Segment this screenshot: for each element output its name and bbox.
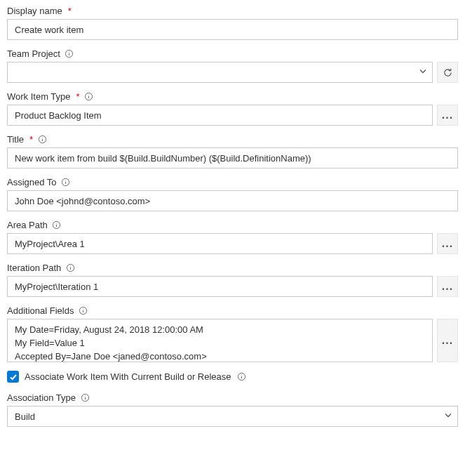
additional-fields-input[interactable]: [7, 319, 433, 362]
area-path-input[interactable]: [7, 233, 433, 254]
label-row: Display name *: [7, 6, 458, 16]
team-project-select[interactable]: [7, 62, 433, 83]
info-icon[interactable]: [78, 306, 88, 316]
required-marker: *: [29, 134, 33, 145]
svg-point-2: [69, 52, 69, 53]
input-row: [7, 190, 458, 211]
label-row: Area Path: [7, 220, 458, 230]
svg-point-5: [88, 95, 89, 95]
field-area-path: Area Path ...: [7, 220, 458, 254]
associate-label: Associate Work Item With Current Build o…: [25, 371, 231, 382]
info-icon[interactable]: [37, 135, 47, 145]
svg-point-11: [65, 180, 66, 181]
work-item-type-input[interactable]: [7, 105, 433, 126]
input-row: [7, 62, 458, 83]
field-association-type: Association Type Build: [7, 392, 458, 427]
area-path-label: Area Path: [7, 220, 48, 230]
additional-fields-label: Additional Fields: [7, 305, 74, 316]
association-type-select[interactable]: Build: [7, 406, 458, 427]
field-team-project: Team Project: [7, 48, 458, 83]
label-row: Work Item Type *: [7, 91, 458, 102]
input-row: [7, 147, 458, 168]
associate-checkbox-row: Associate Work Item With Current Build o…: [7, 371, 458, 383]
svg-point-8: [42, 138, 43, 138]
more-button[interactable]: ...: [437, 319, 458, 362]
title-label: Title: [7, 134, 24, 145]
svg-point-23: [241, 375, 242, 376]
label-row: Additional Fields: [7, 305, 458, 316]
team-project-value: [7, 62, 433, 83]
info-icon[interactable]: [237, 372, 247, 382]
field-title: Title *: [7, 134, 458, 168]
info-icon[interactable]: [65, 49, 74, 59]
info-icon[interactable]: [61, 178, 71, 187]
info-icon[interactable]: [65, 263, 75, 273]
association-type-value: Build: [7, 406, 458, 427]
input-row: ...: [7, 276, 458, 297]
input-row: [7, 19, 458, 40]
label-row: Title *: [7, 134, 458, 145]
input-row: Build: [7, 406, 458, 427]
iteration-path-input[interactable]: [7, 276, 433, 297]
required-marker: *: [76, 91, 80, 102]
input-row: ...: [7, 319, 458, 362]
info-icon[interactable]: [84, 92, 94, 102]
label-row: Assigned To: [7, 177, 458, 187]
associate-checkbox[interactable]: [7, 371, 19, 383]
info-icon[interactable]: [80, 393, 90, 403]
info-icon[interactable]: [52, 220, 62, 230]
field-assigned-to: Assigned To: [7, 177, 458, 211]
field-iteration-path: Iteration Path ...: [7, 263, 458, 297]
svg-point-14: [56, 223, 57, 224]
team-project-label: Team Project: [7, 48, 60, 59]
required-marker: *: [68, 6, 72, 16]
association-type-label: Association Type: [7, 392, 76, 403]
label-row: Association Type: [7, 392, 458, 403]
field-display-name: Display name *: [7, 6, 458, 40]
more-button[interactable]: ...: [437, 233, 458, 254]
svg-point-20: [83, 309, 83, 310]
input-row: ...: [7, 233, 458, 254]
svg-point-17: [70, 266, 71, 267]
assigned-to-input[interactable]: [7, 190, 458, 211]
refresh-button[interactable]: [437, 62, 458, 83]
title-input[interactable]: [7, 147, 458, 168]
field-work-item-type: Work Item Type * ...: [7, 91, 458, 126]
field-additional-fields: Additional Fields ...: [7, 305, 458, 362]
assigned-to-label: Assigned To: [7, 177, 57, 187]
display-name-input[interactable]: [7, 19, 458, 40]
iteration-path-label: Iteration Path: [7, 263, 61, 273]
input-row: ...: [7, 105, 458, 126]
label-row: Iteration Path: [7, 263, 458, 273]
display-name-label: Display name: [7, 6, 62, 16]
more-button[interactable]: ...: [437, 105, 458, 126]
svg-point-26: [85, 396, 86, 397]
label-row: Team Project: [7, 48, 458, 59]
work-item-type-label: Work Item Type: [7, 91, 71, 102]
more-button[interactable]: ...: [437, 276, 458, 297]
